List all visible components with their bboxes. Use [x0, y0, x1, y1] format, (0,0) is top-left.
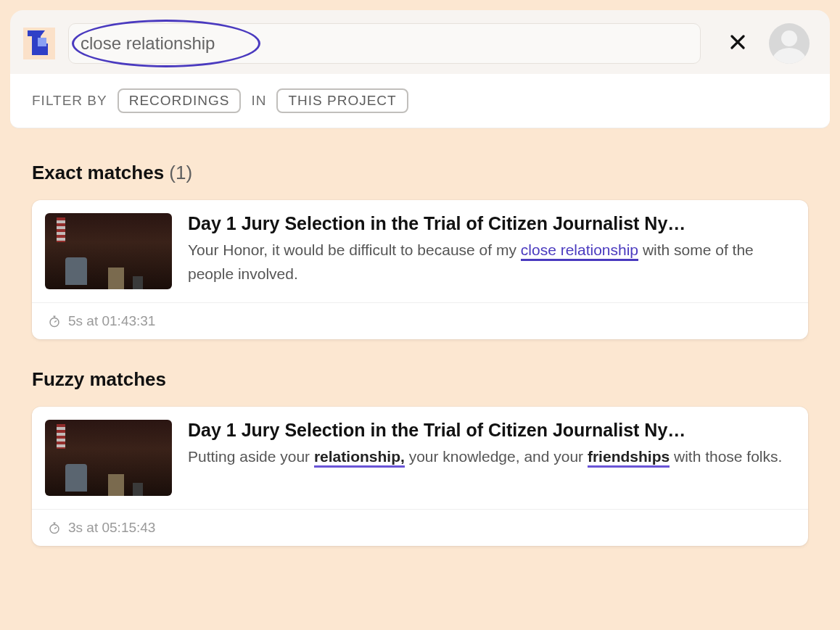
fuzzy-title-text: Fuzzy matches — [32, 368, 166, 390]
result-title: Day 1 Jury Selection in the Trial of Cit… — [188, 420, 795, 441]
results-content: Exact matches (1) Day 1 Jury Selection i… — [10, 128, 830, 553]
result-card[interactable]: Day 1 Jury Selection in the Trial of Cit… — [32, 200, 808, 339]
exact-count: (1) — [169, 162, 192, 183]
result-title: Day 1 Jury Selection in the Trial of Cit… — [188, 213, 795, 234]
stopwatch-icon — [48, 315, 61, 328]
result-body: Day 1 Jury Selection in the Trial of Cit… — [188, 420, 795, 496]
app-root: FILTER BY RECORDINGS IN THIS PROJECT Exa… — [10, 10, 830, 620]
fuzzy-matches-heading: Fuzzy matches — [32, 368, 808, 391]
result-body: Day 1 Jury Selection in the Trial of Cit… — [188, 213, 795, 289]
snippet-highlight: close relationship — [521, 241, 638, 261]
close-icon — [729, 31, 746, 56]
result-main: Day 1 Jury Selection in the Trial of Cit… — [32, 407, 808, 509]
exact-matches-heading: Exact matches (1) — [32, 162, 808, 184]
filter-type-chip[interactable]: RECORDINGS — [118, 88, 242, 113]
brand-logo[interactable] — [23, 28, 55, 59]
stopwatch-icon — [48, 521, 61, 534]
result-timestamp: 5s at 01:43:31 — [68, 313, 155, 329]
avatar[interactable] — [769, 23, 810, 64]
header — [10, 10, 830, 74]
snippet-text: with those folks. — [670, 448, 782, 465]
snippet-highlight: relationship, — [314, 448, 405, 468]
snippet-text: Putting aside your — [188, 448, 314, 465]
close-search-button[interactable] — [725, 31, 750, 56]
result-footer: 3s at 05:15:43 — [32, 509, 808, 546]
exact-title-text: Exact matches — [32, 162, 164, 183]
result-main: Day 1 Jury Selection in the Trial of Cit… — [32, 200, 808, 302]
filter-by-label: FILTER BY — [32, 93, 107, 109]
result-snippet: Your Honor, it would be difficult to bec… — [188, 239, 795, 286]
result-snippet: Putting aside your relationship, your kn… — [188, 445, 795, 469]
snippet-highlight: friendships — [588, 448, 670, 468]
svg-rect-2 — [38, 38, 46, 46]
search-input[interactable] — [81, 33, 688, 54]
result-thumbnail — [45, 213, 172, 289]
result-footer: 5s at 01:43:31 — [32, 302, 808, 339]
result-timestamp: 3s at 05:15:43 — [68, 520, 155, 536]
filter-bar: FILTER BY RECORDINGS IN THIS PROJECT — [10, 74, 830, 128]
search-field[interactable] — [68, 23, 701, 64]
filter-scope-chip[interactable]: THIS PROJECT — [276, 88, 408, 113]
snippet-text: your knowledge, and your — [405, 448, 588, 465]
result-card[interactable]: Day 1 Jury Selection in the Trial of Cit… — [32, 407, 808, 546]
result-thumbnail — [45, 420, 172, 496]
snippet-text: Your Honor, it would be difficult to bec… — [188, 241, 521, 258]
filter-in-label: IN — [251, 93, 266, 109]
